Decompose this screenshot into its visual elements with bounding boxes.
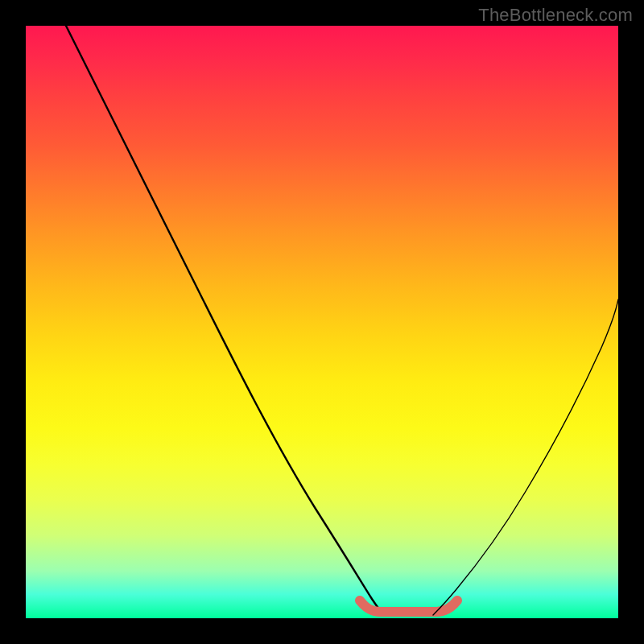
chart-frame: TheBottleneck.com — [0, 0, 644, 644]
plot-area — [26, 26, 618, 618]
curves-svg — [26, 26, 618, 618]
right-ascending-curve — [433, 299, 618, 615]
left-descending-curve — [66, 26, 384, 615]
watermark-text: TheBottleneck.com — [478, 5, 633, 26]
